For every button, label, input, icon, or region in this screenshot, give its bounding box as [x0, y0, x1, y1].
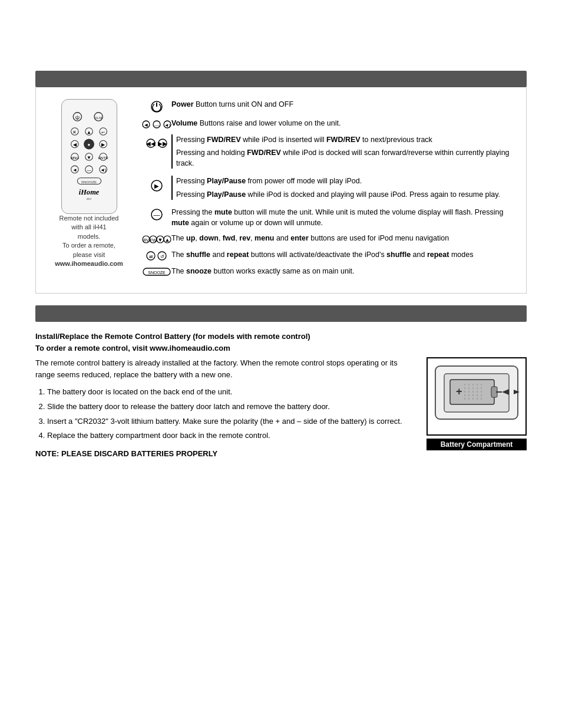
svg-text:SNOOZE: SNOOZE	[81, 180, 96, 184]
shuffle-repeat-icon-area: ⇌ ↺	[142, 249, 171, 261]
svg-text:◄): ◄)	[100, 167, 106, 173]
shuffle-repeat-icon: ⇌ ↺	[146, 251, 168, 261]
svg-text:◀◀: ◀◀	[146, 140, 156, 147]
svg-text:ALM: ALM	[94, 116, 102, 120]
volume-icon-area: ◄ — ◄)	[142, 118, 171, 130]
battery-text-area: The remote control battery is already in…	[35, 357, 427, 466]
svg-text:—: —	[87, 168, 91, 173]
fwdrev-desc-row: ◀◀ ▶▶ Pressing FWD/REV while iPod is ins…	[142, 134, 520, 171]
svg-text:▼: ▼	[87, 155, 91, 160]
remote-section: ⏻ ALM ✕ ▲ ↩ ◀ ● ▶ MNU	[35, 87, 527, 294]
snooze-desc-text: The snooze button works exactly same as …	[171, 266, 520, 276]
remote-section-bar	[35, 71, 527, 87]
battery-section: Install/Replace the Remote Control Batte…	[35, 331, 527, 477]
snooze-icon: SNOOZE	[143, 267, 171, 276]
svg-text:iHome: iHome	[78, 188, 99, 196]
svg-text:●: ●	[87, 142, 90, 147]
svg-text:▶: ▶	[101, 142, 105, 147]
power-icon	[150, 100, 163, 113]
playpause-desc-text: Pressing Play/Pause from power off mode …	[171, 176, 520, 202]
mute-icon-area: —	[142, 207, 171, 221]
playpause-icon-area: ▶	[142, 176, 171, 192]
mute-desc-row: — Pressing the mute button will mute the…	[142, 207, 520, 228]
svg-text:◄: ◄	[144, 122, 149, 128]
nav-desc-row: RV FW ▼ ▲ The up, down, fwd, rev, menu a…	[142, 233, 520, 245]
svg-text:arc: arc	[86, 196, 91, 200]
playpause-desc-row: ▶ Pressing Play/Pause from power off mod…	[142, 176, 520, 202]
mute-desc-text: Pressing the mute button will mute the u…	[171, 207, 520, 228]
battery-steps-list: The battery door is located on the back …	[47, 386, 415, 442]
battery-step-3: Insert a "CR2032" 3-volt lithium battery…	[47, 416, 415, 428]
svg-text:◀: ◀	[72, 142, 77, 147]
svg-text:MNU: MNU	[70, 156, 79, 160]
battery-note: NOTE: PLEASE DISCARD BATTERIES PROPERLY	[35, 448, 415, 460]
svg-text:▲: ▲	[165, 237, 170, 243]
battery-heading: Install/Replace the Remote Control Batte…	[35, 331, 527, 354]
volume-desc-text: Volume Buttons raise and lower volume on…	[171, 118, 520, 129]
shuffle-desc-text: The shuffle and repeat buttons will acti…	[171, 249, 520, 260]
page-container: ⏻ ALM ✕ ▲ ↩ ◀ ● ▶ MNU	[0, 0, 562, 548]
remote-caption: Remote not included with all iH41 models…	[55, 214, 123, 268]
svg-text:◄: ◄	[72, 167, 77, 173]
svg-text:—: —	[154, 123, 159, 128]
svg-text:▶▶: ▶▶	[158, 140, 167, 147]
svg-text:▲: ▲	[87, 130, 91, 135]
battery-compartment-label: Battery Compartment	[427, 439, 527, 450]
battery-body-text: The remote control battery is already in…	[35, 357, 415, 380]
fwdrev-icon: ◀◀ ▶▶	[146, 138, 168, 149]
fwdrev-desc-text: Pressing FWD/REV while iPod is inserted …	[171, 134, 520, 171]
svg-text:▼: ▼	[158, 237, 163, 243]
volume-desc-row: ◄ — ◄) Volume Buttons raise and lower vo…	[142, 118, 520, 130]
remote-image-area: ⏻ ALM ✕ ▲ ↩ ◀ ● ▶ MNU	[36, 93, 142, 287]
snooze-desc-row: SNOOZE The snooze button works exactly s…	[142, 266, 520, 276]
svg-text:SNOOZE: SNOOZE	[148, 271, 166, 275]
power-desc-text: Power Button turns unit ON and OFF	[171, 99, 520, 110]
svg-text:ENTR: ENTR	[98, 156, 108, 160]
svg-text:↺: ↺	[160, 254, 164, 259]
power-desc-row: Power Button turns unit ON and OFF	[142, 99, 520, 113]
svg-text:+: +	[456, 386, 462, 397]
snooze-icon-area: SNOOZE	[142, 266, 171, 276]
svg-text:⇌: ⇌	[149, 254, 153, 259]
nav-desc-text: The up, down, fwd, rev, menu and enter b…	[171, 233, 520, 243]
svg-text:—: —	[154, 211, 160, 218]
nav-icon-area: RV FW ▼ ▲	[142, 233, 171, 245]
battery-diagram-box: +	[427, 357, 527, 436]
battery-step-4: Replace the battery compartment door bac…	[47, 430, 415, 442]
svg-text:FW: FW	[150, 238, 157, 242]
mute-icon: —	[150, 208, 163, 221]
battery-section-bar	[35, 305, 527, 322]
shuffle-desc-row: ⇌ ↺ The shuffle and repeat buttons will …	[142, 249, 520, 261]
fwdrev-icon-area: ◀◀ ▶▶	[142, 134, 171, 149]
svg-text:✕: ✕	[72, 130, 77, 135]
svg-text:RV: RV	[143, 238, 149, 242]
battery-compartment-svg: +	[432, 363, 521, 428]
volume-icon: ◄ — ◄)	[142, 119, 171, 130]
remote-svg: ⏻ ALM ✕ ▲ ↩ ◀ ● ▶ MNU	[61, 99, 117, 214]
battery-step-2: Slide the battery door to release the ba…	[47, 401, 415, 413]
battery-content: The remote control battery is already in…	[35, 357, 527, 466]
battery-step-1: The battery door is located on the back …	[47, 386, 415, 398]
power-icon-area	[142, 99, 171, 113]
nav-icon: RV FW ▼ ▲	[142, 234, 171, 245]
playpause-icon: ▶	[150, 179, 163, 192]
svg-text:◄): ◄)	[164, 123, 171, 128]
svg-text:▶: ▶	[154, 183, 159, 189]
svg-text:⏻: ⏻	[75, 116, 79, 120]
remote-descriptions: Power Button turns unit ON and OFF ◄ — ◄…	[142, 93, 526, 287]
battery-diagram: + B	[427, 357, 527, 450]
svg-text:↩: ↩	[101, 130, 105, 135]
